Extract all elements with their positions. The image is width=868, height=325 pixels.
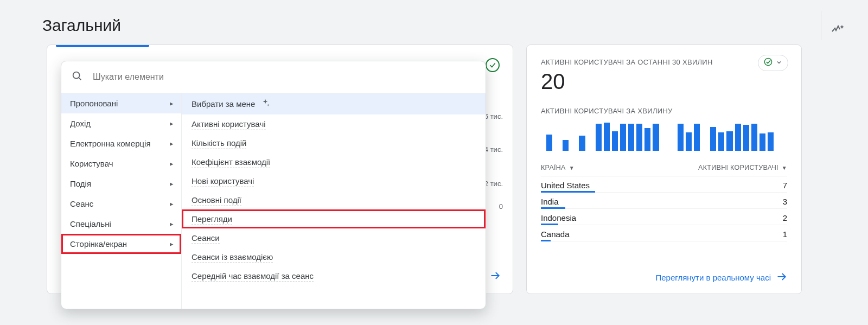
minute-bar — [694, 124, 700, 151]
category-item[interactable]: Спеціальні▸ — [61, 214, 181, 234]
table-row[interactable]: United States7 — [541, 176, 787, 193]
country-value: 2 — [783, 213, 787, 222]
chevron-right-icon: ▸ — [170, 200, 174, 208]
category-label: Електронна комерція — [70, 139, 151, 148]
table-row[interactable]: India3 — [541, 193, 787, 209]
realtime-sublabel: АКТИВНІ КОРИСТУВАЧІ ЗА ХВИЛИНУ — [541, 107, 787, 115]
metric-item[interactable]: Перегляди — [182, 209, 486, 228]
metric-label: Середній час взаємодії за сеанс — [192, 271, 314, 282]
category-label: Сторінка/екран — [70, 239, 127, 248]
metric-column: Вибрати за менеАктивні користувачіКількі… — [182, 93, 486, 309]
minute-bar — [678, 124, 684, 151]
status-pill[interactable] — [758, 55, 788, 71]
minute-bar — [579, 136, 585, 151]
country-name: Indonesia — [541, 213, 576, 222]
category-item[interactable]: Сторінка/екран▸ — [61, 234, 181, 254]
active-tab-indicator — [56, 45, 149, 47]
chevron-right-icon: ▸ — [170, 180, 174, 188]
svg-point-3 — [73, 72, 80, 79]
minute-bar — [735, 124, 741, 151]
minute-bar — [596, 124, 602, 151]
table-row[interactable]: Canada1 — [541, 225, 787, 241]
metric-item[interactable]: Нові користувачі — [182, 171, 486, 190]
category-item[interactable]: Електронна комерція▸ — [61, 133, 181, 154]
realtime-label: АКТИВНІ КОРИСТУВАЧІ ЗА ОСТАННІ 30 ХВИЛИН — [541, 58, 787, 66]
minute-bar — [686, 132, 692, 151]
category-item[interactable]: Сеанс▸ — [61, 194, 181, 214]
metric-item[interactable]: Основні події — [182, 190, 486, 209]
minute-bar — [653, 124, 659, 151]
category-item[interactable]: Користувач▸ — [61, 154, 181, 174]
category-label: Сеанс — [70, 199, 93, 208]
th-country[interactable]: КРАЇНА ▼ — [541, 164, 575, 171]
sparkle-icon — [260, 98, 270, 110]
svg-line-4 — [79, 78, 81, 80]
metric-label: Коефіцієнт взаємодії — [192, 157, 270, 168]
country-value: 7 — [783, 181, 787, 190]
category-label: Пропоновані — [70, 99, 118, 108]
metric-label: Активні користувачі — [192, 119, 266, 130]
search-icon — [71, 70, 83, 84]
minute-bar — [636, 124, 642, 151]
page-title: Загальний — [42, 16, 121, 35]
minute-bar — [628, 124, 634, 151]
metric-item[interactable]: Середній час взаємодії за сеанс — [182, 266, 486, 285]
chevron-right-icon: ▸ — [170, 160, 174, 168]
view-realtime-link[interactable]: Переглянути в реальному часі — [541, 271, 787, 284]
divider — [821, 11, 821, 40]
minute-bar — [563, 140, 569, 151]
minute-bar — [760, 133, 765, 151]
minute-bar — [726, 131, 732, 151]
metric-item[interactable]: Коефіцієнт взаємодії — [182, 152, 486, 171]
th-country-label: КРАЇНА — [541, 164, 566, 171]
minute-bar — [620, 124, 626, 151]
metric-item[interactable]: Кількість подій — [182, 133, 486, 152]
category-item[interactable]: Дохід▸ — [61, 113, 181, 133]
metric-label: Нові користувачі — [192, 176, 254, 187]
y-tick: 6 тис. — [484, 112, 503, 120]
chevron-right-icon: ▸ — [170, 99, 174, 107]
th-active-users[interactable]: АКТИВНІ КОРИСТУВАЧІ ▼ — [698, 164, 787, 171]
sort-caret-icon: ▼ — [782, 165, 787, 171]
country-table-body: United States7India3Indonesia2Canada1 — [541, 176, 787, 241]
sort-caret-icon: ▼ — [569, 165, 575, 171]
metric-item[interactable]: Активні користувачі — [182, 114, 486, 133]
realtime-value: 20 — [541, 69, 787, 94]
status-check-icon[interactable] — [486, 58, 500, 72]
chevron-right-icon: ▸ — [170, 220, 174, 228]
category-item[interactable]: Пропоновані▸ — [61, 93, 181, 113]
chevron-right-icon: ▸ — [170, 139, 174, 148]
y-tick: 2 тис. — [484, 180, 503, 188]
metric-item[interactable]: Сеанси із взаємодією — [182, 247, 486, 266]
insights-icon[interactable] — [825, 16, 851, 42]
category-label: Користувач — [70, 159, 113, 168]
category-label: Спеціальні — [70, 219, 111, 228]
y-tick: 4 тис. — [484, 145, 503, 154]
minute-bar — [718, 132, 724, 151]
chevron-right-icon: ▸ — [170, 119, 174, 128]
metric-picker-panel: Пропоновані▸Дохід▸Електронна комерція▸Ко… — [61, 61, 486, 309]
metric-label: Перегляди — [192, 214, 232, 225]
country-name: India — [541, 197, 559, 206]
metric-label: Сеанси із взаємодією — [192, 252, 273, 263]
metric-search-input[interactable] — [93, 72, 476, 82]
metric-item[interactable]: Сеанси — [182, 228, 486, 247]
metric-label: Кількість подій — [192, 138, 246, 149]
svg-point-1 — [764, 58, 771, 65]
th-active-users-label: АКТИВНІ КОРИСТУВАЧІ — [698, 164, 778, 171]
view-realtime-label: Переглянути в реальному часі — [655, 273, 771, 282]
category-label: Подія — [70, 179, 91, 188]
chevron-right-icon: ▸ — [170, 240, 174, 248]
metric-item[interactable]: Вибрати за мене — [182, 93, 486, 114]
chevron-down-icon — [776, 58, 782, 68]
y-tick: 0 — [499, 202, 503, 211]
category-item[interactable]: Подія▸ — [61, 174, 181, 194]
minute-bar — [743, 125, 749, 151]
table-row[interactable]: Indonesia2 — [541, 209, 787, 225]
country-value: 3 — [783, 197, 787, 206]
per-minute-bar-chart — [541, 120, 787, 151]
country-table-header: КРАЇНА ▼ АКТИВНІ КОРИСТУВАЧІ ▼ — [541, 161, 787, 176]
metric-search-row — [61, 61, 486, 93]
country-name: United States — [541, 181, 590, 190]
metric-label: Основні події — [192, 195, 241, 206]
